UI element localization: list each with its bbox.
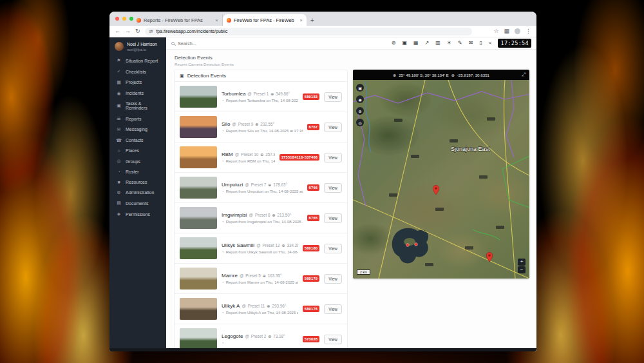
external-link-icon[interactable]: ↗ <box>425 41 430 46</box>
reload-icon[interactable]: ↻ <box>135 28 140 34</box>
compass-icon: ⊕ <box>268 334 271 338</box>
sidebar-item-permissions[interactable]: ◈ Permissions <box>109 209 166 220</box>
camera-thumbnail[interactable] <box>180 328 217 350</box>
camera-thumbnail[interactable] <box>180 298 217 320</box>
marker-icon[interactable]: ◉ <box>356 95 364 103</box>
at-separator: @ <box>240 273 243 278</box>
package-icon[interactable]: ▥ <box>435 41 440 46</box>
browser-profile-avatar[interactable] <box>515 28 520 34</box>
search-icon <box>171 42 175 45</box>
satellite-map[interactable]: Sjonajona East <box>353 80 529 279</box>
page-title: Detection Events <box>175 55 528 61</box>
zoom-out-button[interactable]: − <box>518 266 526 273</box>
clock-icon: ◔ <box>222 129 224 133</box>
sidebar-item-situation-report[interactable]: ⚑ Situation Report <box>109 55 166 66</box>
sidebar-item-tasks-reminders[interactable]: ▣ Tasks & Reminders <box>109 99 166 113</box>
minimize-window-button[interactable] <box>122 17 126 21</box>
inbox-icon[interactable]: ✉ <box>469 41 473 46</box>
view-button[interactable]: View <box>324 304 342 314</box>
grid-icon[interactable]: ▦ <box>413 41 419 46</box>
camera-thumbnail[interactable] <box>180 116 217 138</box>
fireweb-app: Noel J Harrison noel@fpa.io ⚑ Situation … <box>109 37 536 351</box>
sidebar-item-reports[interactable]: ☰ Reports <box>109 113 166 124</box>
camera-thumbnail[interactable] <box>180 207 217 229</box>
user-profile[interactable]: Noel J Harrison noel@fpa.io <box>109 37 166 55</box>
camera-icon[interactable]: ▣ <box>402 41 407 46</box>
phone-icon: ☎ <box>116 138 122 143</box>
browser-menu-icon[interactable]: ⋮ <box>526 28 531 34</box>
back-icon[interactable]: ← <box>115 28 120 34</box>
sidebar-item-groups[interactable]: ◎ Groups <box>109 156 166 167</box>
expand-map-icon[interactable]: ⤢ <box>522 72 526 78</box>
view-button[interactable]: View <box>324 153 342 162</box>
view-button[interactable]: View <box>324 183 342 193</box>
event-report-text: Report from RBM on Thu, 14-08-2025 at 17… <box>226 159 275 163</box>
forward-icon[interactable]: → <box>125 28 131 34</box>
gear-icon: ⚙ <box>116 190 122 195</box>
maximize-window-button[interactable] <box>129 17 133 21</box>
map-pin[interactable] <box>433 185 439 195</box>
clock-icon: ◔ <box>222 341 224 345</box>
close-tab-icon[interactable]: × <box>215 17 218 23</box>
zoom-in-button[interactable]: + <box>518 259 526 266</box>
url-bar[interactable]: ⇄ fpa.firewebapp.com/incidents/public <box>145 28 472 35</box>
map-coordinates-bar: ⊕ 25° 49.180' S; 30° 38.104' E ⊕ -25.819… <box>353 70 529 80</box>
detection-event-row: Umpuluzi @ Preset 7 ⊕ 178.63° ◔ Report f… <box>175 173 347 203</box>
camera-thumbnail[interactable] <box>180 146 217 168</box>
search-icon[interactable]: ⊕ <box>356 107 364 115</box>
sidebar-item-contacts[interactable]: ☎ Contacts <box>109 135 166 146</box>
view-button[interactable]: View <box>324 244 342 253</box>
view-button[interactable]: View <box>324 123 342 132</box>
edit-icon[interactable]: ✎ <box>458 41 462 46</box>
browser-tabstrip: Reports - FireWeb for FPAs × FireWeb for… <box>109 12 536 26</box>
view-button[interactable]: View <box>324 274 342 284</box>
site-info-icon[interactable]: ⇄ <box>149 29 153 34</box>
sidebar-item-administration[interactable]: ⚙ Administration <box>109 187 166 198</box>
sidebar-item-checklists[interactable]: ✓ Checklists <box>109 66 166 77</box>
list-icon: ☰ <box>116 116 122 121</box>
sidebar-item-resources[interactable]: ■ Resources <box>109 177 166 187</box>
detection-event-row: Mamre @ Preset 5 ⊕ 163.35° ◔ Report from… <box>175 264 347 294</box>
search-input[interactable] <box>178 41 294 46</box>
camera-thumbnail[interactable] <box>180 268 217 289</box>
sidebar-item-messaging[interactable]: ✉ Messaging <box>109 124 166 135</box>
share-icon[interactable]: < <box>489 41 492 46</box>
camera-thumbnail[interactable] <box>180 237 217 259</box>
map-coordinates-dms: 25° 49.180' S; 30° 38.104' E <box>399 73 449 77</box>
map-pin[interactable] <box>486 252 493 262</box>
extensions-icon[interactable]: ▦ <box>504 28 509 34</box>
layers-icon[interactable]: ▣ <box>356 84 364 92</box>
event-report-text: Report from Torbumlea on Thu, 14-08-2025… <box>226 99 298 103</box>
detection-events-panel: ▣ Detection Events Torbumlea @ Preset 1 … <box>174 70 348 351</box>
view-button[interactable]: View <box>324 335 342 344</box>
bookmark-star-icon[interactable]: ☆ <box>493 28 498 34</box>
camera-thumbnail[interactable] <box>180 177 217 199</box>
camera-thumbnail[interactable] <box>180 86 217 108</box>
main-area: ⊚▣▦↗▥☀✎✉▯< 17:25:54 Detection Events Rec… <box>166 37 536 351</box>
map-toolbar: ▣◉⊕◎ <box>356 84 364 126</box>
close-tab-icon[interactable]: × <box>299 17 303 23</box>
sidebar-item-places[interactable]: ⌂ Places <box>109 146 166 156</box>
locate-icon[interactable]: ◎ <box>356 119 364 126</box>
at-separator: @ <box>242 304 245 308</box>
event-preset: Preset 11 <box>248 304 265 308</box>
sidebar-item-documents[interactable]: ▤ Documents <box>109 198 166 209</box>
new-tab-button[interactable]: + <box>310 17 314 26</box>
sidebar-item-roster[interactable]: ◔ Roster <box>109 167 166 177</box>
close-window-button[interactable] <box>115 17 119 21</box>
view-button[interactable]: View <box>324 92 342 102</box>
tab-reports[interactable]: Reports - FireWeb for FPAs × <box>133 14 223 26</box>
globe-icon[interactable]: ⊚ <box>392 41 396 46</box>
sidebar-item-projects[interactable]: ▦ Projects <box>109 77 166 88</box>
event-bearing: 349.86° <box>276 92 290 96</box>
at-separator: @ <box>245 182 249 187</box>
view-button[interactable]: View <box>324 213 342 223</box>
event-camera-name: Imgwimpisi <box>222 212 247 218</box>
at-separator: @ <box>256 243 260 248</box>
at-separator: @ <box>232 122 236 126</box>
brightness-icon[interactable]: ☀ <box>447 41 451 46</box>
lake <box>392 228 428 264</box>
sidebar-item-incidents[interactable]: ◉ Incidents <box>109 88 166 99</box>
tab-fireweb-active[interactable]: FireWeb for FPAs - FireWeb × <box>223 14 307 26</box>
device-icon[interactable]: ▯ <box>479 41 482 46</box>
